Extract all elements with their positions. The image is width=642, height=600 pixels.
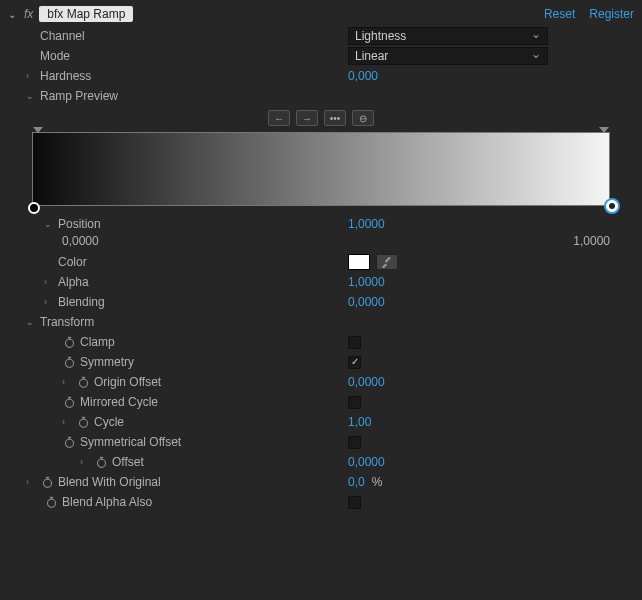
blend-alpha-checkbox[interactable] xyxy=(348,496,361,509)
svg-rect-1 xyxy=(67,336,70,338)
color-swatch[interactable] xyxy=(348,254,370,270)
blending-label: Blending xyxy=(58,295,105,309)
transform-row: ⌄ Transform xyxy=(8,312,634,332)
color-row: Color xyxy=(8,252,634,272)
symmetrical-offset-label: Symmetrical Offset xyxy=(80,435,181,449)
position-max: 1,0000 xyxy=(573,234,610,248)
mirrored-cycle-label: Mirrored Cycle xyxy=(80,395,158,409)
stopwatch-icon[interactable] xyxy=(62,355,76,369)
channel-label: Channel xyxy=(40,29,85,43)
effect-header: ⌄ fx bfx Map Ramp Reset Register xyxy=(8,4,634,26)
gradient-bar[interactable] xyxy=(32,132,610,206)
color-label: Color xyxy=(58,255,87,269)
mode-row: Mode Linear xyxy=(8,46,634,66)
effect-name-badge[interactable]: bfx Map Ramp xyxy=(39,6,133,22)
svg-point-15 xyxy=(65,439,73,447)
origin-offset-value[interactable]: 0,0000 xyxy=(348,375,385,389)
clamp-checkbox[interactable] xyxy=(348,336,361,349)
offset-label: Offset xyxy=(112,455,144,469)
mode-dropdown[interactable]: Linear xyxy=(348,47,548,65)
offset-twirl[interactable]: › xyxy=(80,457,90,467)
ramp-preview-label: Ramp Preview xyxy=(40,89,118,103)
hardness-value[interactable]: 0,000 xyxy=(348,69,378,83)
stopwatch-icon[interactable] xyxy=(62,395,76,409)
stopwatch-icon[interactable] xyxy=(44,495,58,509)
symmetry-checkbox[interactable] xyxy=(348,356,361,369)
alpha-label: Alpha xyxy=(58,275,89,289)
transform-twirl[interactable]: ⌄ xyxy=(26,317,36,327)
svg-rect-19 xyxy=(99,456,102,458)
alpha-twirl[interactable]: › xyxy=(44,277,54,287)
offset-row: › Offset 0,0000 xyxy=(8,452,634,472)
svg-rect-13 xyxy=(81,416,84,418)
symmetrical-offset-row: Symmetrical Offset xyxy=(8,432,634,452)
origin-offset-twirl[interactable]: › xyxy=(62,377,72,387)
hardness-label: Hardness xyxy=(40,69,91,83)
stopwatch-icon[interactable] xyxy=(76,375,90,389)
svg-rect-25 xyxy=(49,496,52,498)
position-value[interactable]: 1,0000 xyxy=(348,217,385,231)
clamp-row: Clamp xyxy=(8,332,634,352)
symmetrical-offset-checkbox[interactable] xyxy=(348,436,361,449)
ramp-preview-row: ⌄ Ramp Preview xyxy=(8,86,634,106)
stopwatch-icon[interactable] xyxy=(94,455,108,469)
cycle-value[interactable]: 1,00 xyxy=(348,415,371,429)
blending-row: › Blending 0,0000 xyxy=(8,292,634,312)
stopwatch-icon[interactable] xyxy=(62,335,76,349)
offset-value[interactable]: 0,0000 xyxy=(348,455,385,469)
hardness-row: › Hardness 0,000 xyxy=(8,66,634,86)
svg-point-0 xyxy=(65,339,73,347)
ramp-prev-icon[interactable]: ← xyxy=(268,110,290,126)
register-link[interactable]: Register xyxy=(589,7,634,21)
ramp-delete-icon[interactable]: ⊖ xyxy=(352,110,374,126)
svg-point-18 xyxy=(97,459,105,467)
gradient-handle-end[interactable] xyxy=(604,198,620,214)
ramp-next-icon[interactable]: → xyxy=(296,110,318,126)
symmetry-row: Symmetry xyxy=(8,352,634,372)
blending-twirl[interactable]: › xyxy=(44,297,54,307)
position-range: 0,0000 1,0000 xyxy=(8,234,634,252)
hardness-twirl[interactable]: › xyxy=(26,71,36,81)
fx-icon[interactable]: fx xyxy=(24,7,33,21)
ramp-preview-twirl[interactable]: ⌄ xyxy=(26,91,36,101)
percent-suffix: % xyxy=(372,475,383,489)
alpha-row: › Alpha 1,0000 xyxy=(8,272,634,292)
position-min: 0,0000 xyxy=(62,234,99,248)
ramp-more-icon[interactable]: ••• xyxy=(324,110,346,126)
svg-rect-16 xyxy=(67,436,70,438)
stopwatch-icon[interactable] xyxy=(62,435,76,449)
effect-twirl[interactable]: ⌄ xyxy=(8,9,18,20)
blend-alpha-row: Blend Alpha Also xyxy=(8,492,634,512)
stopwatch-icon[interactable] xyxy=(76,415,90,429)
stopwatch-icon[interactable] xyxy=(40,475,54,489)
position-label: Position xyxy=(58,217,101,231)
gradient-handle-start[interactable] xyxy=(28,202,40,214)
svg-point-3 xyxy=(65,359,73,367)
svg-point-21 xyxy=(43,479,51,487)
blending-value[interactable]: 0,0000 xyxy=(348,295,385,309)
channel-dropdown[interactable]: Lightness xyxy=(348,27,548,45)
svg-rect-22 xyxy=(45,476,48,478)
gradient-preview xyxy=(8,132,634,214)
blend-original-twirl[interactable]: › xyxy=(26,477,36,487)
svg-point-24 xyxy=(47,499,55,507)
blend-original-value[interactable]: 0,0 xyxy=(348,475,365,489)
ramp-tools: ← → ••• ⊖ xyxy=(8,106,634,132)
effect-panel: ⌄ fx bfx Map Ramp Reset Register Channel… xyxy=(0,0,642,516)
position-twirl[interactable]: ⌄ xyxy=(44,219,54,229)
svg-rect-4 xyxy=(67,356,70,358)
origin-offset-row: › Origin Offset 0,0000 xyxy=(8,372,634,392)
reset-link[interactable]: Reset xyxy=(544,7,575,21)
eyedropper-icon[interactable] xyxy=(376,254,398,270)
cycle-label: Cycle xyxy=(94,415,124,429)
mirrored-cycle-checkbox[interactable] xyxy=(348,396,361,409)
svg-point-6 xyxy=(79,379,87,387)
blend-original-label: Blend With Original xyxy=(58,475,161,489)
channel-row: Channel Lightness xyxy=(8,26,634,46)
cycle-twirl[interactable]: › xyxy=(62,417,72,427)
svg-point-12 xyxy=(79,419,87,427)
position-row: ⌄ Position 1,0000 xyxy=(8,214,634,234)
mirrored-cycle-row: Mirrored Cycle xyxy=(8,392,634,412)
blend-alpha-label: Blend Alpha Also xyxy=(62,495,152,509)
alpha-value[interactable]: 1,0000 xyxy=(348,275,385,289)
